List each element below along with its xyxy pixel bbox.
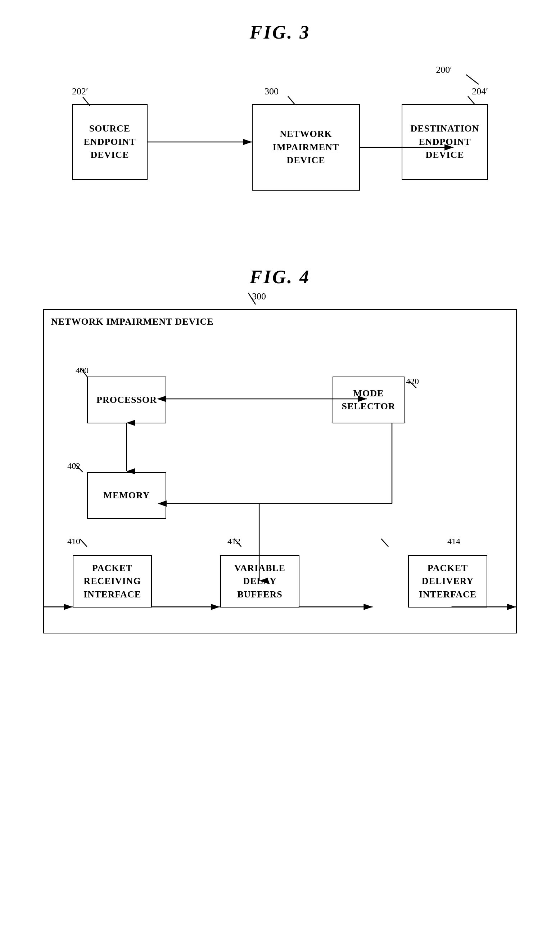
destination-endpoint-box: DESTINATION ENDPOINT DEVICE (402, 104, 488, 180)
svg-line-29 (381, 539, 388, 547)
packet-receiving-label: PACKET RECEIVING INTERFACE (83, 562, 141, 601)
svg-line-6 (288, 96, 295, 105)
destination-endpoint-label: DESTINATION ENDPOINT DEVICE (410, 122, 479, 162)
ref-420-label: 420 (406, 377, 419, 386)
source-endpoint-box: SOURCE ENDPOINT DEVICE (72, 104, 147, 180)
packet-delivery-label: PACKET DELIVERY INTERFACE (419, 562, 477, 601)
svg-line-27 (80, 539, 87, 547)
mode-selector-label: MODE SELECTOR (342, 387, 395, 413)
network-impairment-box: NETWORK IMPAIRMENT DEVICE (252, 104, 360, 191)
fig4-outer-label: NETWORK IMPAIRMENT DEVICE (51, 316, 214, 327)
processor-label: PROCESSOR (97, 393, 157, 406)
svg-line-7 (468, 96, 475, 105)
fig4-outer-box: NETWORK IMPAIRMENT DEVICE 400 PROCESSOR … (43, 309, 517, 633)
packet-receiving-box: PACKET RECEIVING INTERFACE (73, 555, 152, 608)
packet-delivery-box: PACKET DELIVERY INTERFACE (408, 555, 487, 608)
fig3-container: 200′ 202′ 300 204′ SOURCE ENDPOINT DEVIC… (43, 65, 517, 230)
network-impairment-label: NETWORK IMPAIRMENT DEVICE (273, 128, 339, 167)
ref-414-label: 414 (447, 537, 460, 546)
svg-line-4 (466, 75, 479, 84)
page: FIG. 3 200′ 202′ 300 204′ SOURCE ENDPOIN… (0, 0, 560, 930)
memory-box: MEMORY (87, 472, 166, 519)
processor-box: PROCESSOR (87, 377, 166, 423)
fig4-inner: NETWORK IMPAIRMENT DEVICE 400 PROCESSOR … (44, 310, 516, 633)
ref-410-label: 410 (67, 537, 80, 546)
fig4-ref-tick (43, 289, 517, 311)
variable-delay-box: VARIABLE DELAY BUFFERS (220, 555, 299, 608)
mode-selector-box: MODE SELECTOR (333, 377, 405, 423)
ref-200-label: 200′ (436, 65, 452, 75)
fig4-ref-300-label: 300 (252, 291, 266, 302)
fig3-title: FIG. 3 (43, 22, 517, 43)
ref-202-label: 202′ (72, 86, 88, 97)
ref-300-label: 300 (264, 86, 279, 97)
ref-412-label: 412 (227, 537, 241, 546)
ref-402-label: 402 (67, 461, 80, 471)
fig4-title: FIG. 4 (43, 266, 517, 288)
memory-label: MEMORY (103, 489, 150, 502)
ref-204-label: 204′ (472, 86, 488, 97)
source-endpoint-label: SOURCE ENDPOINT DEVICE (83, 122, 136, 162)
ref-400-label: 400 (75, 366, 89, 376)
variable-delay-label: VARIABLE DELAY BUFFERS (234, 562, 285, 601)
